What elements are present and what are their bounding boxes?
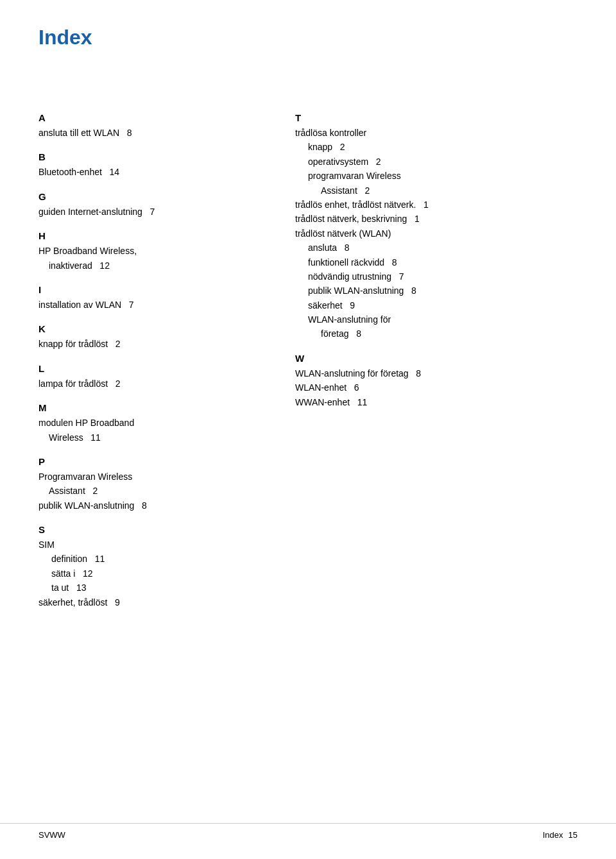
entry-knapp: knapp för trådlöst 2 [38, 337, 270, 351]
entry-sim-ta-ut: ta ut 13 [38, 581, 270, 595]
entry-modulen: modulen HP BroadbandWireless 11 [38, 416, 270, 445]
entry-ansluta: ansluta till ett WLAN 8 [38, 126, 270, 140]
entry-wlan-anslutning-foretag: WLAN-anslutning för företag 8 [295, 366, 578, 380]
entry-wlan-enhet: WLAN-enhet 6 [295, 380, 578, 395]
section-letter-p: P [38, 456, 270, 467]
entry-tradlosa-kontroller: trådlösa kontroller [295, 126, 578, 140]
entry-operativsystem: operativsystem 2 [295, 155, 578, 169]
content-area: A ansluta till ett WLAN 8 B Bluetooth-en… [38, 101, 578, 609]
entry-sim-definition: definition 11 [38, 552, 270, 566]
entry-sim-satta: sätta i 12 [38, 566, 270, 581]
section-letter-k: K [38, 323, 270, 334]
section-letter-a: A [38, 112, 270, 123]
page-title: Index [38, 26, 578, 49]
footer-page-number: 15 [569, 830, 578, 840]
entry-programvaran: Programvaran WirelessAssistant 2 [38, 470, 270, 498]
footer-right-text: Index 15 [543, 830, 578, 840]
entry-sakerhet: säkerhet, trådlöst 9 [38, 595, 270, 609]
section-letter-l: L [38, 363, 270, 374]
section-letter-s: S [38, 524, 270, 535]
entry-publik-t: publik WLAN-anslutning 8 [295, 284, 578, 298]
entry-publik: publik WLAN-anslutning 8 [38, 498, 270, 513]
section-letter-m: M [38, 402, 270, 413]
left-column: A ansluta till ett WLAN 8 B Bluetooth-en… [38, 101, 270, 609]
section-letter-w: W [295, 353, 578, 364]
footer-left-text: SVWW [38, 830, 65, 840]
footer: SVWW Index 15 [0, 823, 616, 840]
entry-tradlost-natverk-beskrivning: trådlöst nätverk, beskrivning 1 [295, 212, 578, 226]
entry-tradlos-enhet: trådlös enhet, trådlöst nätverk. 1 [295, 198, 578, 212]
section-letter-h: H [38, 230, 270, 241]
page: Index A ansluta till ett WLAN 8 B Blueto… [0, 0, 616, 859]
entry-hp-broadband: HP Broadband Wireless,inaktiverad 12 [38, 244, 270, 273]
section-letter-b: B [38, 151, 270, 162]
section-letter-i: I [38, 284, 270, 295]
footer-index-label: Index [543, 830, 563, 840]
entry-wlan-anslutning-foretag-t: WLAN-anslutning förföretag 8 [295, 312, 578, 341]
entry-guiden: guiden Internet-anslutning 7 [38, 205, 270, 219]
entry-ansluta-t: ansluta 8 [295, 241, 578, 255]
entry-lampa: lampa för trådlöst 2 [38, 377, 270, 391]
right-column: T trådlösa kontroller knapp 2 operativsy… [295, 101, 578, 609]
section-letter-t: T [295, 112, 578, 123]
entry-knapp-t: knapp 2 [295, 140, 578, 154]
entry-bluetooth: Bluetooth-enhet 14 [38, 165, 270, 179]
entry-programvaran-t: programvaran WirelessAssistant 2 [295, 169, 578, 198]
entry-sim: SIM [38, 538, 270, 552]
section-letter-g: G [38, 191, 270, 202]
entry-sakerhet-t: säkerhet 9 [295, 298, 578, 312]
entry-wwan-enhet: WWAN-enhet 11 [295, 395, 578, 409]
entry-installation: installation av WLAN 7 [38, 298, 270, 312]
entry-tradlost-natverk-wlan: trådlöst nätverk (WLAN) [295, 226, 578, 241]
entry-nodvandig: nödvändig utrustning 7 [295, 269, 578, 284]
entry-funktionell: funktionell räckvidd 8 [295, 255, 578, 269]
